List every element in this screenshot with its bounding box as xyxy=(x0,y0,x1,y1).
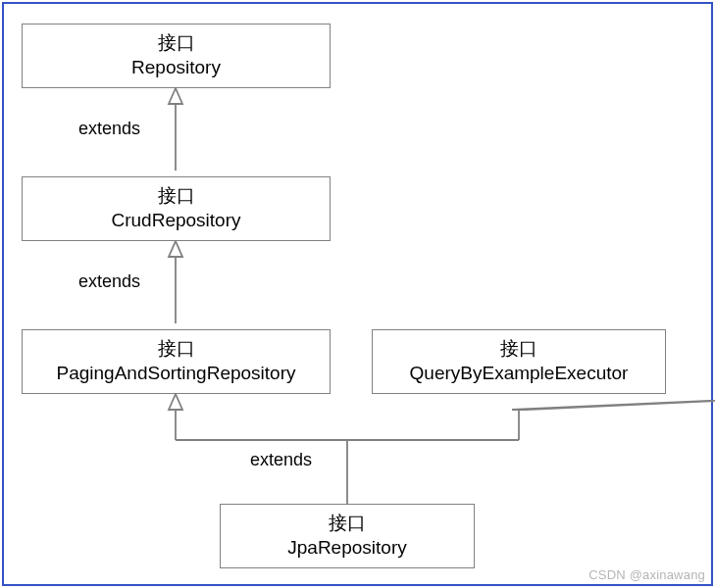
svg-marker-9 xyxy=(512,394,715,410)
node-jpa-repository: 接口 JpaRepository xyxy=(220,504,475,568)
connectors xyxy=(4,4,715,588)
svg-marker-3 xyxy=(169,241,182,257)
node-crud-repository: 接口 CrudRepository xyxy=(22,176,331,241)
watermark: CSDN @axinawang xyxy=(588,567,705,582)
classname-repository: Repository xyxy=(131,56,221,80)
edge-label-jpa-parents: extends xyxy=(250,450,312,470)
classname-qbe: QueryByExampleExecutor xyxy=(410,362,629,386)
svg-marker-1 xyxy=(169,88,182,104)
diagram-frame: 接口 Repository extends 接口 CrudRepository … xyxy=(2,2,713,586)
node-qbe: 接口 QueryByExampleExecutor xyxy=(372,329,666,394)
classname-paging: PagingAndSortingRepository xyxy=(57,362,296,386)
edge-label-paging-crud: extends xyxy=(78,271,140,292)
stereotype-label: 接口 xyxy=(158,31,195,56)
stereotype-label: 接口 xyxy=(500,337,537,362)
svg-marker-7 xyxy=(169,394,182,410)
stereotype-label: 接口 xyxy=(329,512,366,536)
stereotype-label: 接口 xyxy=(158,184,195,209)
node-repository: 接口 Repository xyxy=(22,24,331,88)
classname-crud: CrudRepository xyxy=(112,209,241,233)
edge-label-crud-repo: extends xyxy=(78,119,140,139)
classname-jpa: JpaRepository xyxy=(287,536,406,561)
stereotype-label: 接口 xyxy=(158,337,195,362)
node-paging-repository: 接口 PagingAndSortingRepository xyxy=(22,329,331,394)
